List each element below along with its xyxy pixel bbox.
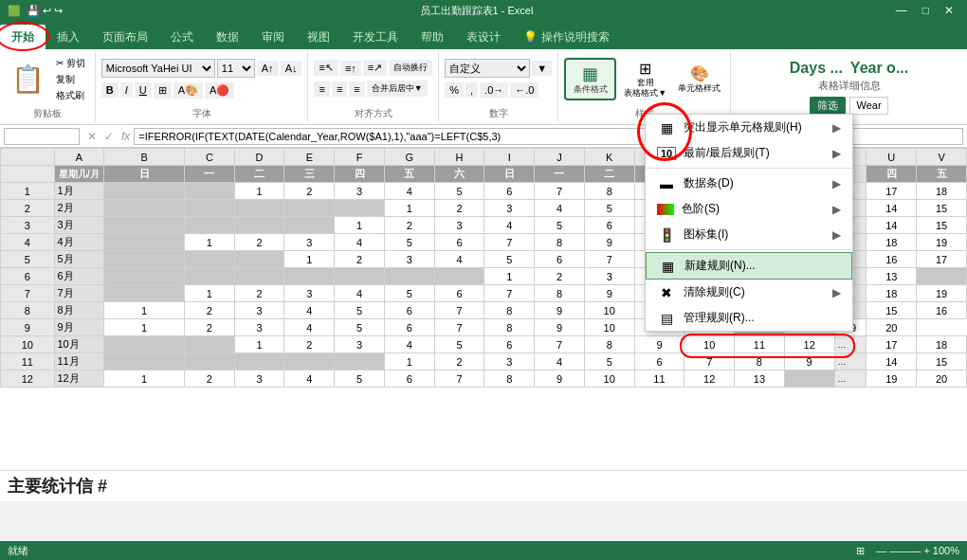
divider-1 (646, 168, 852, 169)
row-1: 1 (1, 183, 55, 200)
col-tue: 二 (234, 166, 284, 183)
clear-rules-icon: ✖ (657, 285, 676, 300)
border-button[interactable]: ⊞ (154, 82, 172, 99)
merge-center-btn[interactable]: 合并后居中▼ (367, 81, 428, 97)
manage-rules-item[interactable]: ▤ 管理规则(R)... (646, 305, 852, 331)
clear-rules-item[interactable]: ✖ 清除规则(C) ▶ (646, 280, 852, 305)
font-increase-btn[interactable]: A↑ (257, 61, 279, 76)
quick-access: 💾 ↩ ↪ (27, 5, 63, 17)
filter-button[interactable]: 筛选 (810, 97, 846, 115)
font-decrease-btn[interactable]: A↓ (281, 61, 302, 76)
highlight-rules-arrow: ▶ (832, 121, 841, 135)
align-top-left-btn[interactable]: ≡↖ (314, 60, 338, 76)
col-b[interactable]: B (104, 149, 185, 166)
maximize-btn[interactable]: □ (917, 4, 935, 17)
number-format-select[interactable]: 自定义 (445, 59, 530, 78)
tab-review[interactable]: 审阅 (250, 25, 296, 49)
table-format-icon: ⊞ (639, 60, 651, 78)
bottom-summary-text: 主要统计信 # (0, 470, 967, 501)
cell-1-mon[interactable] (184, 183, 234, 200)
percent-btn[interactable]: % (445, 82, 464, 98)
align-top-center-btn[interactable]: ≡↑ (340, 61, 361, 76)
increase-decimal-btn[interactable]: .0→ (480, 82, 508, 98)
tab-view[interactable]: 视图 (296, 25, 341, 49)
cut-button[interactable]: ✂ 剪切 (52, 56, 89, 71)
alignment-label: 对齐方式 (355, 107, 392, 120)
col-f[interactable]: F (335, 149, 385, 166)
cell-1-sun[interactable] (104, 183, 185, 200)
wear-button[interactable]: Wear (849, 97, 887, 115)
format-painter-button[interactable]: 格式刷 (52, 88, 89, 103)
tab-developer[interactable]: 开发工具 (341, 25, 410, 49)
clear-rules-arrow: ▶ (832, 286, 841, 299)
comma-btn[interactable]: , (465, 82, 478, 98)
fill-color-button[interactable]: A🎨 (173, 82, 203, 99)
tab-page-layout[interactable]: 页面布局 (91, 25, 159, 49)
col-sun2: 日 (484, 166, 535, 183)
decrease-decimal-btn[interactable]: ←.0 (510, 82, 538, 98)
col-e[interactable]: E (284, 149, 335, 166)
icon-sets-item[interactable]: 🚦 图标集(I) ▶ (646, 222, 852, 247)
wrap-text-btn[interactable]: 自动换行 (389, 60, 432, 76)
tab-home[interactable]: 开始 (0, 25, 46, 49)
data-bars-label: 数据条(D) (684, 175, 825, 191)
col-h[interactable]: H (434, 149, 484, 166)
align-right-btn[interactable]: ≡ (349, 81, 364, 97)
new-rule-item[interactable]: ▦ 新建规则(N)... (646, 252, 852, 280)
col-a[interactable]: A (54, 149, 104, 166)
table-detail-label: 表格详细信息 (818, 79, 881, 93)
font-name-select[interactable]: Microsoft YaHei UI (101, 59, 215, 78)
tab-formula[interactable]: 公式 (159, 25, 205, 49)
font-size-select[interactable]: 11 (217, 59, 255, 78)
col-fri3: 五 (917, 166, 967, 183)
number-format-btn[interactable]: ▼ (532, 61, 552, 76)
month-1[interactable]: 1月 (54, 183, 104, 200)
name-box[interactable] (4, 128, 80, 145)
minimize-btn[interactable]: — (890, 4, 913, 17)
col-k[interactable]: K (584, 149, 634, 166)
col-v[interactable]: V (917, 149, 967, 166)
tab-table-design[interactable]: 表设计 (455, 25, 512, 49)
font-name-row: Microsoft YaHei UI 11 A↑ A↓ (101, 59, 302, 78)
conditional-format-button[interactable]: ▦ 条件格式 (564, 58, 616, 100)
clipboard-group: 📋 ✂ 剪切 复制 格式刷 剪贴板 (0, 51, 96, 122)
top-bottom-rules-item[interactable]: 10 最前/最后规则(T) ▶ (646, 140, 852, 166)
col-u[interactable]: U (867, 149, 917, 166)
row-num-header (1, 166, 55, 183)
paste-button[interactable]: 📋 (6, 62, 50, 97)
tab-data[interactable]: 数据 (205, 25, 250, 49)
color-scales-item[interactable]: 色阶(S) ▶ (646, 196, 852, 222)
tab-insert[interactable]: 插入 (46, 25, 91, 49)
cell-style-button[interactable]: 🎨 单元格样式 (674, 61, 724, 99)
col-i[interactable]: I (484, 149, 535, 166)
alignment-bottom-row: ≡ ≡ ≡ 合并后居中▼ (314, 81, 432, 97)
color-scales-icon (657, 204, 674, 215)
close-btn[interactable]: ✕ (939, 4, 959, 17)
bold-button[interactable]: B (101, 82, 119, 98)
align-left-btn[interactable]: ≡ (314, 81, 329, 97)
cell-style-icon: 🎨 (690, 64, 709, 82)
italic-button[interactable]: I (120, 82, 133, 98)
highlight-rules-item[interactable]: ▦ 突出显示单元格规则(H) ▶ (646, 115, 852, 140)
font-color-button[interactable]: A🔴 (205, 82, 234, 99)
tab-help[interactable]: 帮助 (410, 25, 455, 49)
col-d[interactable]: D (234, 149, 284, 166)
col-g[interactable]: G (384, 149, 434, 166)
col-c[interactable]: C (184, 149, 234, 166)
data-bars-item[interactable]: ▬ 数据条(D) ▶ (646, 171, 852, 196)
new-rule-label: 新建规则(N)... (684, 258, 840, 274)
days-label: Days ... (790, 60, 843, 77)
underline-button[interactable]: U (135, 82, 152, 98)
col-wed: 三 (284, 166, 335, 183)
top-bottom-arrow: ▶ (832, 147, 841, 160)
font-group: Microsoft YaHei UI 11 A↑ A↓ B I U ⊞ A🎨 A… (96, 51, 309, 122)
align-top-right-btn[interactable]: ≡↗ (363, 60, 387, 76)
tab-search[interactable]: 💡 操作说明搜索 (512, 25, 621, 49)
styles-group: ▦ 条件格式 ⊞ 套用表格格式▼ 🎨 单元格样式 样式 (558, 51, 731, 122)
right-labels: Days ... Year o... (790, 60, 908, 77)
clipboard-small-buttons: ✂ 剪切 复制 格式刷 (52, 56, 89, 103)
copy-button[interactable]: 复制 (52, 72, 89, 87)
align-center-btn[interactable]: ≡ (332, 81, 347, 97)
table-format-button[interactable]: ⊞ 套用表格格式▼ (620, 56, 670, 102)
col-j[interactable]: J (535, 149, 585, 166)
